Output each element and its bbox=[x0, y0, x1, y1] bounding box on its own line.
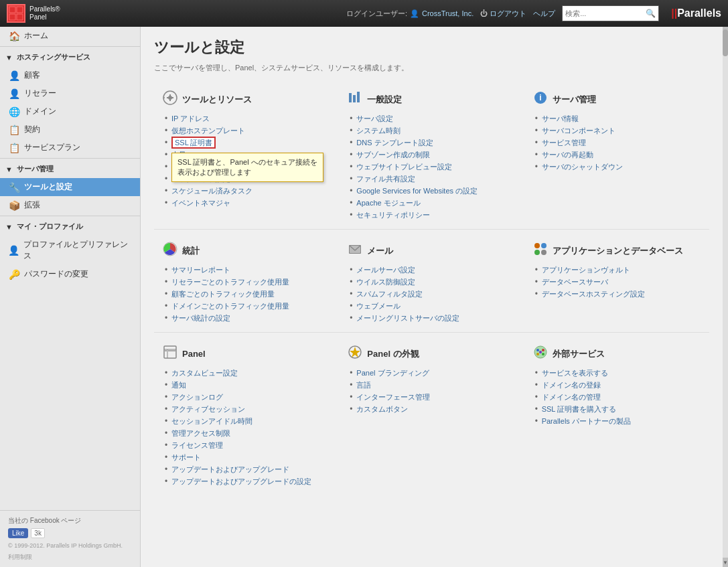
parallels-partner-link[interactable]: Parallels パートナーの製品 bbox=[542, 417, 631, 425]
customer-traffic-link[interactable]: 顧客ごとのトラフィック使用量 bbox=[171, 290, 275, 298]
manage-domain-link[interactable]: ドメイン名の管理 bbox=[542, 393, 601, 401]
action-log-link[interactable]: アクションログ bbox=[171, 393, 223, 401]
link-item: セッションアイドル時間 bbox=[165, 416, 331, 426]
section-apps-title: アプリケーションとデータベース bbox=[532, 242, 701, 260]
session-idle-link[interactable]: セッションアイドル時間 bbox=[171, 417, 252, 425]
customer-icon: 👤 bbox=[8, 70, 20, 81]
google-services-link[interactable]: Google Services for Websites の設定 bbox=[356, 187, 478, 195]
link-item: インターフェース管理 bbox=[350, 392, 516, 402]
server-section-header[interactable]: ▼ サーバ管理 bbox=[0, 160, 140, 178]
link-item: データベースサーバ bbox=[535, 277, 701, 287]
mail-server-settings-link[interactable]: メールサーバ設定 bbox=[356, 266, 415, 274]
link-item: メーリングリストサーバの設定 bbox=[350, 313, 516, 323]
reseller-traffic-link[interactable]: リセラーごとのトラフィック使用量 bbox=[171, 278, 289, 286]
sidebar-item-profile[interactable]: 👤 プロファイルとプリファレンス bbox=[0, 236, 140, 265]
app-vault-link[interactable]: アプリケーションヴォルト bbox=[542, 266, 630, 274]
sidebar-item-home[interactable]: 🏠 ホーム bbox=[0, 27, 140, 45]
service-management-link[interactable]: サービス管理 bbox=[542, 139, 586, 147]
external-links: サービスを表示する ドメイン名の登録 ドメイン名の管理 SSL 証明書を購入する… bbox=[532, 368, 701, 426]
ssl-cert-link[interactable]: SSL 証明書 bbox=[171, 137, 216, 149]
event-manager-link[interactable]: イベントネマジャ bbox=[171, 199, 230, 207]
ssl-tooltip-wrapper: SSL 証明書 SSL 証明書と、Panel へのセキュア接続を表示および管理し… bbox=[171, 138, 216, 147]
link-item: サブゾーン作成の制限 bbox=[350, 150, 516, 160]
server-info-link[interactable]: サーバ情報 bbox=[542, 114, 579, 123]
show-services-link[interactable]: サービスを表示する bbox=[542, 369, 608, 377]
like-button[interactable]: Like bbox=[8, 528, 28, 538]
virtual-host-template-link[interactable]: 仮想ホステンプレート bbox=[171, 127, 245, 135]
domain-traffic-link[interactable]: ドメインごとのトラフィック使用量 bbox=[171, 302, 289, 310]
server-settings-link[interactable]: サーバ設定 bbox=[356, 114, 393, 123]
security-policy-link[interactable]: セキュリティポリシー bbox=[356, 211, 430, 219]
bulk-link[interactable]: 大量... bbox=[171, 151, 192, 159]
db-hosting-link[interactable]: データベースホスティング設定 bbox=[542, 290, 645, 298]
server-components-link[interactable]: サーバコンポーネント bbox=[542, 127, 615, 135]
svg-point-18 bbox=[541, 243, 547, 248]
server-stats-link[interactable]: サーバ統計の設定 bbox=[171, 314, 230, 322]
sidebar-item-customers[interactable]: 👤 顧客 bbox=[0, 66, 140, 84]
sidebar-item-password[interactable]: 🔑 パスワードの変更 bbox=[0, 265, 140, 283]
sidebar-home-label: ホーム bbox=[24, 30, 48, 42]
register-domain-link[interactable]: ドメイン名の登録 bbox=[542, 381, 601, 389]
header: Parallels® Panel ログインユーザー: 👤 CrossTrust,… bbox=[0, 0, 728, 27]
summary-report-link[interactable]: サマリーレポート bbox=[171, 266, 230, 274]
antivirus-link[interactable]: ウイルス防御設定 bbox=[356, 278, 415, 286]
hosting-section-header[interactable]: ▼ ホスティングサービス bbox=[0, 48, 140, 66]
db-server-link[interactable]: データベースサーバ bbox=[542, 278, 608, 286]
spam-filter-link[interactable]: スパムフィルタ設定 bbox=[356, 290, 423, 298]
sidebar-item-contracts[interactable]: 📋 契約 bbox=[0, 120, 140, 139]
scrollbar[interactable]: ▲ ▼ bbox=[723, 27, 728, 567]
dns-template-link[interactable]: DNS テンプレート設定 bbox=[356, 139, 433, 147]
system-time-link[interactable]: システム時刻 bbox=[356, 127, 401, 135]
backup-link[interactable]: バック... bbox=[171, 163, 200, 171]
access-control-link[interactable]: 管理アクセス制限 bbox=[171, 429, 230, 437]
link-item: サーバの再起動 bbox=[535, 150, 701, 160]
sidebar-item-extensions[interactable]: 📦 拡張 bbox=[0, 196, 140, 214]
user-label: ログインユーザー: bbox=[346, 9, 407, 19]
link-item: 仮想ホステンプレート bbox=[165, 126, 331, 136]
website-preview-link[interactable]: ウェブサイトプレビュー設定 bbox=[356, 163, 452, 171]
backup-settings-link[interactable]: バックアップ設定 bbox=[171, 175, 230, 183]
server-section-label: サーバ管理 bbox=[17, 164, 54, 174]
svg-point-19 bbox=[534, 250, 540, 255]
panel-branding-link[interactable]: Panel ブランディング bbox=[356, 369, 429, 377]
ip-address-link[interactable]: IP アドレス bbox=[171, 114, 210, 123]
mailing-list-link[interactable]: メーリングリストサーバの設定 bbox=[356, 314, 459, 322]
scheduled-tasks-link[interactable]: スケジュール済みタスク bbox=[171, 187, 252, 195]
profile-section-header[interactable]: ▼ マイ・プロファイル bbox=[0, 218, 140, 236]
sidebar-item-service-plans[interactable]: 📋 サービスプラン bbox=[0, 139, 140, 157]
support-link[interactable]: サポート bbox=[171, 453, 201, 461]
update-upgrade-link[interactable]: アップデートおよびアップグレード bbox=[171, 465, 289, 473]
search-input[interactable] bbox=[565, 9, 646, 17]
notification-link[interactable]: 通知 bbox=[171, 381, 186, 389]
logout-button[interactable]: ⏻ ログアウト bbox=[480, 9, 526, 19]
custom-view-link[interactable]: カスタムビュー設定 bbox=[171, 369, 238, 377]
svg-rect-3 bbox=[17, 14, 23, 20]
update-upgrade-settings-link[interactable]: アップデートおよびアップグレードの設定 bbox=[171, 477, 311, 485]
buy-ssl-link[interactable]: SSL 証明書を購入する bbox=[542, 405, 616, 413]
sidebar-item-tools[interactable]: 🔧 ツールと設定 bbox=[0, 178, 140, 196]
file-sharing-link[interactable]: ファイル共有設定 bbox=[356, 175, 415, 183]
scrollbar-down[interactable]: ▼ bbox=[723, 558, 728, 567]
user-name-link[interactable]: CrossTrust, Inc. bbox=[422, 9, 474, 17]
link-item: バック... bbox=[165, 162, 331, 172]
server-shutdown-link[interactable]: サーバのシャットダウン bbox=[542, 163, 623, 171]
help-link[interactable]: ヘルプ bbox=[533, 9, 555, 19]
tools-section-icon bbox=[162, 90, 178, 108]
sidebar-item-domains[interactable]: 🌐 ドメイン bbox=[0, 102, 140, 120]
custom-button-link[interactable]: カスタムボタン bbox=[356, 405, 408, 413]
license-mgmt-link[interactable]: ライセンス管理 bbox=[171, 441, 223, 449]
logout-label[interactable]: ログアウト bbox=[490, 9, 526, 19]
search-button[interactable]: 🔍 bbox=[646, 9, 656, 18]
active-session-link[interactable]: アクティブセッション bbox=[171, 405, 245, 413]
interface-management-link[interactable]: インターフェース管理 bbox=[356, 393, 430, 401]
tools-links: IP アドレス 仮想ホステンプレート SSL 証明書 SSL 証明書と、Pane… bbox=[162, 114, 331, 208]
scrollbar-thumb[interactable] bbox=[723, 29, 728, 56]
link-item: データベースホスティング設定 bbox=[535, 289, 701, 299]
svg-rect-9 bbox=[349, 93, 352, 102]
sidebar-item-resellers[interactable]: 👤 リセラー bbox=[0, 84, 140, 102]
subzone-limit-link[interactable]: サブゾーン作成の制限 bbox=[356, 151, 430, 159]
webmail-link[interactable]: ウェブメール bbox=[356, 302, 401, 310]
apache-modules-link[interactable]: Apache モジュール bbox=[356, 199, 420, 207]
server-restart-link[interactable]: サーバの再起動 bbox=[542, 151, 593, 159]
language-link[interactable]: 言語 bbox=[356, 381, 371, 389]
